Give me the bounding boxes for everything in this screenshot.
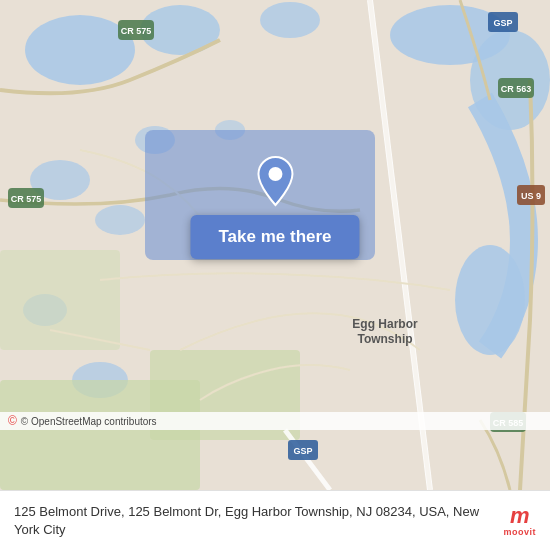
svg-point-3 [260, 2, 320, 38]
map-container: CR 575 GSP CR 563 US 9 CR 575 CR 585 GSP… [0, 0, 550, 490]
svg-text:GSP: GSP [493, 18, 512, 28]
svg-text:CR 575: CR 575 [121, 26, 152, 36]
svg-point-6 [455, 245, 525, 355]
attribution-bar: © © OpenStreetMap contributors [0, 412, 550, 430]
svg-text:Township: Township [357, 332, 412, 346]
location-pin-icon [253, 155, 297, 207]
moovit-logo: m moovit [503, 505, 536, 537]
moovit-m-letter: m [510, 505, 530, 527]
svg-text:GSP: GSP [293, 446, 312, 456]
svg-point-36 [268, 167, 282, 181]
openstreetmap-icon: © [8, 414, 17, 428]
address-text: 125 Belmont Drive, 125 Belmont Dr, Egg H… [14, 503, 491, 538]
button-overlay: Take me there [190, 155, 359, 259]
take-me-there-button[interactable]: Take me there [190, 215, 359, 259]
svg-rect-15 [0, 250, 120, 350]
svg-text:Egg Harbor: Egg Harbor [352, 317, 418, 331]
moovit-brand-text: moovit [503, 527, 536, 537]
svg-text:US 9: US 9 [521, 191, 541, 201]
svg-point-8 [95, 205, 145, 235]
svg-text:CR 563: CR 563 [501, 84, 532, 94]
attribution-text: © OpenStreetMap contributors [21, 416, 157, 427]
address-bar: 125 Belmont Drive, 125 Belmont Dr, Egg H… [0, 490, 550, 550]
svg-text:CR 575: CR 575 [11, 194, 42, 204]
